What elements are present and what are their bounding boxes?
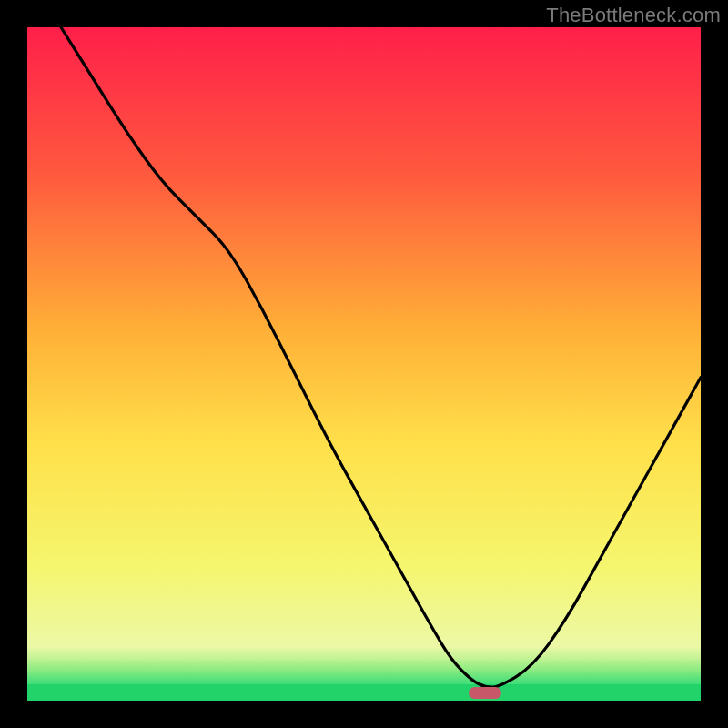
watermark-text: TheBottleneck.com xyxy=(546,4,721,27)
optimal-marker xyxy=(469,687,501,699)
bottleneck-curve xyxy=(27,27,701,701)
chart-frame: TheBottleneck.com xyxy=(0,0,728,728)
plot-area xyxy=(27,27,701,701)
